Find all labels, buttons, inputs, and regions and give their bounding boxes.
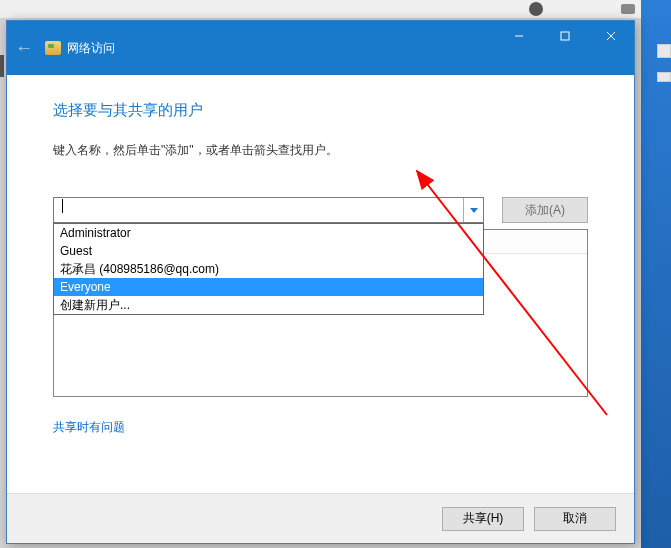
dropdown-toggle[interactable] — [463, 198, 483, 222]
cancel-button[interactable]: 取消 — [534, 507, 616, 531]
folder-share-icon — [45, 41, 61, 55]
user-dropdown: Administrator Guest 花承昌 (408985186@qq.co… — [53, 223, 484, 315]
maximize-button[interactable] — [542, 21, 588, 51]
minimize-button[interactable] — [496, 21, 542, 51]
share-button[interactable]: 共享(H) — [442, 507, 524, 531]
user-input[interactable] — [54, 198, 463, 222]
dialog-window: ← 网络访问 选择要与其共享的用户 键入名称，然后单击"添加"，或者单击箭头查找… — [6, 20, 635, 544]
titlebar: ← 网络访问 — [7, 21, 634, 75]
maximize-icon — [560, 31, 570, 41]
minimize-icon — [514, 31, 524, 41]
dropdown-item-everyone[interactable]: Everyone — [54, 278, 483, 296]
page-subtext: 键入名称，然后单击"添加"，或者单击箭头查找用户。 — [53, 142, 588, 159]
close-button[interactable] — [588, 21, 634, 51]
back-arrow-icon: ← — [15, 38, 33, 59]
svg-rect-1 — [561, 32, 569, 40]
user-combobox[interactable]: Administrator Guest 花承昌 (408985186@qq.co… — [53, 197, 484, 223]
dropdown-item-administrator[interactable]: Administrator — [54, 224, 483, 242]
dropdown-item-user-email[interactable]: 花承昌 (408985186@qq.com) — [54, 260, 483, 278]
add-button: 添加(A) — [502, 197, 588, 223]
notification-icon — [621, 4, 635, 14]
avatar — [529, 2, 543, 16]
help-link[interactable]: 共享时有问题 — [53, 419, 125, 436]
dropdown-item-guest[interactable]: Guest — [54, 242, 483, 260]
close-icon — [606, 31, 616, 41]
dropdown-item-create-user[interactable]: 创建新用户... — [54, 296, 483, 314]
page-heading: 选择要与其共享的用户 — [53, 101, 588, 120]
chevron-down-icon — [470, 208, 478, 213]
window-title: 网络访问 — [67, 40, 115, 57]
dialog-footer: 共享(H) 取消 — [7, 493, 634, 543]
